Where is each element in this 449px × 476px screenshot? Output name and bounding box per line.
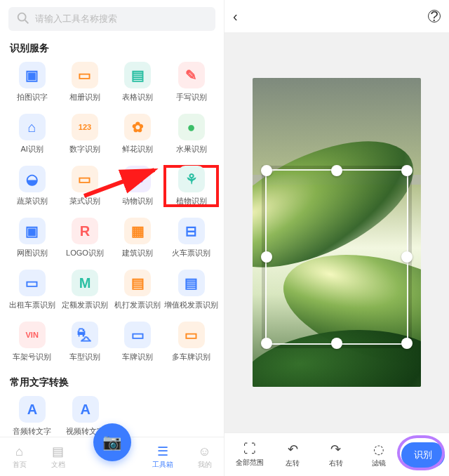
tool-多车牌识别[interactable]: ▭多车牌识别: [164, 322, 218, 362]
tool-label: 建筑识别: [122, 248, 153, 258]
crop-handle-br[interactable]: [401, 338, 413, 349]
expand-icon: ⛶: [243, 442, 256, 456]
tool-拍图识字[interactable]: ▣拍图识字: [6, 62, 58, 103]
tool-icon: ✎: [178, 62, 205, 88]
tool-icon: ⌂: [19, 114, 46, 140]
crop-handle-tl[interactable]: [261, 165, 272, 176]
tool-表格识别[interactable]: ▤表格识别: [112, 62, 164, 103]
tool-icon: ✾: [124, 166, 151, 192]
search-input[interactable]: 请输入工具名称搜索: [8, 7, 215, 31]
tool-动物识别[interactable]: ✾动物识别: [112, 166, 164, 206]
tool-label: 车牌识别: [122, 352, 153, 362]
back-button[interactable]: ‹: [233, 8, 238, 25]
tool-label: 增值税发票识别: [164, 300, 218, 310]
image-canvas[interactable]: [224, 32, 449, 432]
tool-filter[interactable]: ◌滤镜: [358, 442, 401, 468]
tool-label: 拍图识字: [17, 92, 48, 103]
tool-label: 水果识别: [176, 144, 207, 154]
tool-水果识别[interactable]: ●水果识别: [164, 114, 218, 154]
tool-label: 出租车票识别: [9, 300, 55, 310]
tool-icon: ▣: [19, 218, 46, 244]
tool-rotate-left-label: 左转: [286, 458, 300, 468]
tool-icon: R: [72, 218, 98, 244]
tool-车牌识别[interactable]: ▭车牌识别: [112, 322, 164, 362]
right-pane: ‹ ? ⛶全部范围 ↶左转 ↷右转 ◌滤镜 识别: [224, 0, 449, 476]
tool-音频转文字[interactable]: A音频转文字: [6, 396, 59, 437]
crop-handle-bl[interactable]: [261, 338, 272, 349]
tool-icon: ▭: [72, 166, 98, 192]
toolbox-icon: ☰: [157, 444, 168, 459]
svg-line-1: [25, 20, 29, 23]
tool-icon: M: [72, 270, 98, 296]
crop-handle-ml[interactable]: [261, 251, 272, 263]
tool-icon: ▦: [124, 218, 151, 244]
tool-rotate-left[interactable]: ↶左转: [272, 442, 314, 468]
tool-label: 植物识别: [176, 196, 207, 206]
tool-手写识别[interactable]: ✎手写识别: [164, 62, 218, 103]
tool-label: 动物识别: [122, 196, 153, 206]
crop-handle-tr[interactable]: [401, 165, 413, 176]
tool-icon: ▭: [178, 322, 205, 348]
home-icon: ⌂: [15, 444, 23, 459]
crop-handle-tc[interactable]: [331, 165, 342, 176]
tool-植物识别[interactable]: ⚘植物识别: [164, 166, 218, 206]
nav-toolbox[interactable]: ☰工具箱: [152, 444, 173, 470]
tool-icon: ⊟: [178, 218, 205, 244]
tool-label: 定额发票识别: [62, 300, 108, 310]
tool-icon: ▭: [124, 322, 151, 348]
section-text-conv: 常用文字转换: [0, 369, 224, 393]
tool-icon: A: [72, 396, 99, 423]
tool-icon: ✿: [124, 114, 151, 140]
rotate-left-icon: ↶: [288, 442, 298, 457]
help-button[interactable]: ?: [428, 10, 441, 22]
tool-车型识别[interactable]: ⛍车型识别: [58, 322, 111, 362]
tool-icon: ◒: [19, 166, 46, 192]
tool-网图识别[interactable]: ▣网图识别: [6, 218, 58, 258]
tool-full-range[interactable]: ⛶全部范围: [229, 442, 271, 468]
tool-出租车票识别[interactable]: ▭出租车票识别: [6, 270, 58, 310]
tool-车架号识别[interactable]: VIN车架号识别: [6, 322, 58, 362]
nav-home[interactable]: ⌂首页: [13, 444, 27, 470]
tool-label: 相册识别: [69, 92, 100, 103]
tool-icon: ⚘: [178, 166, 205, 192]
left-pane: 请输入工具名称搜索 识别服务 ▣拍图识字▭相册识别▤表格识别✎手写识别⌂AI识别…: [0, 0, 224, 476]
tool-label: 音频转文字: [13, 426, 51, 437]
tool-label: 车型识别: [69, 352, 100, 362]
tool-label: 车架号识别: [13, 352, 51, 362]
tool-鲜花识别[interactable]: ✿鲜花识别: [112, 114, 164, 154]
tool-icon: A: [19, 396, 46, 423]
search-icon: [15, 11, 31, 28]
tool-label: 网图识别: [17, 248, 48, 258]
tool-蔬菜识别[interactable]: ◒蔬菜识别: [6, 166, 58, 206]
tool-icon: ▤: [124, 62, 151, 88]
tool-增值税发票识别[interactable]: ▤增值税发票识别: [164, 270, 218, 310]
tool-LOGO识别[interactable]: RLOGO识别: [58, 218, 111, 258]
crop-handle-mr[interactable]: [401, 251, 413, 263]
tool-AI识别[interactable]: ⌂AI识别: [6, 114, 58, 154]
tool-建筑识别[interactable]: ▦建筑识别: [112, 218, 164, 258]
crop-box[interactable]: [265, 169, 408, 345]
tool-icon: VIN: [19, 322, 46, 348]
tool-label: AI识别: [20, 144, 43, 154]
tool-rotate-right[interactable]: ↷右转: [315, 442, 357, 468]
tool-定额发票识别[interactable]: M定额发票识别: [58, 270, 111, 310]
tool-icon: ▭: [19, 270, 46, 296]
tool-相册识别[interactable]: ▭相册识别: [58, 62, 111, 103]
nav-docs-label: 文档: [51, 460, 65, 470]
tool-icon: ●: [178, 114, 205, 140]
nav-mine[interactable]: ☺我的: [198, 444, 212, 470]
camera-fab[interactable]: 📷: [93, 423, 131, 461]
bottom-nav: ⌂首页 ▤文档 📷 ☰工具箱 ☺我的: [0, 437, 224, 476]
tool-icon: ▤: [178, 270, 205, 296]
tool-火车票识别[interactable]: ⊟火车票识别: [164, 218, 218, 258]
tool-icon: ▭: [72, 62, 98, 88]
editor-header: ‹ ?: [224, 0, 449, 32]
tool-数字识别[interactable]: 123数字识别: [58, 114, 111, 154]
nav-docs[interactable]: ▤文档: [51, 444, 65, 470]
tool-菜式识别[interactable]: ▭菜式识别: [58, 166, 111, 206]
camera-icon: 📷: [102, 433, 121, 451]
recognize-button[interactable]: 识别: [401, 442, 445, 468]
crop-handle-bc[interactable]: [331, 338, 342, 349]
tool-机打发票识别[interactable]: ▤机打发票识别: [112, 270, 164, 310]
nav-home-label: 首页: [13, 460, 27, 470]
